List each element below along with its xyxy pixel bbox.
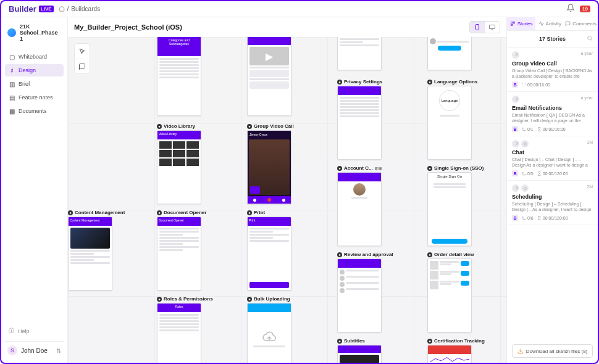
user-name: John Doe [21,347,48,354]
card-group-video-call[interactable]: ●Group Video Call Jimmy Cyrus [247,122,294,204]
home-icon [59,6,65,13]
cloud-upload-icon [262,329,277,344]
svg-rect-3 [513,22,514,23]
whiteboard-icon: ▢ [9,54,15,60]
sidebar-item-feature-notes[interactable]: ▤Feature notes [5,91,64,104]
card-order-detail[interactable]: ●Order detail view [427,250,474,333]
brief-icon: ▥ [9,81,15,87]
help-link[interactable]: ⓘHelp [5,325,64,337]
svg-point-8 [522,172,523,173]
search-icon[interactable] [587,35,593,43]
story-item[interactable]: a year Email Notifications Email Notific… [507,92,598,136]
card-video-library[interactable]: ●Video Library Video Library [157,122,201,204]
tab-activity[interactable]: Activity [535,17,564,30]
sidebar-item-documents[interactable]: ▦Documents [5,105,64,117]
comment-tool[interactable] [75,59,90,73]
clock-icon [537,216,542,220]
brand-badge: LIVE [39,6,54,12]
card-account[interactable]: ●Account C...◧▣ [337,164,382,246]
tab-comments[interactable]: Comments [564,17,598,30]
svg-rect-2 [511,22,512,23]
sidebar: 21K School_Phase 1 ▢Whiteboard ♯Design ▥… [1,17,68,363]
bell-icon[interactable] [566,4,575,15]
svg-rect-0 [476,25,479,30]
tab-stories[interactable]: Stories [507,17,535,30]
card-profile-small[interactable] [337,37,382,70]
notes-icon: ▤ [9,94,15,101]
svg-point-9 [525,174,526,175]
card-language-options[interactable]: ●Language Options Language [427,78,477,160]
workspace-icon [7,28,16,37]
svg-rect-4 [511,24,512,25]
card-subtitles[interactable]: ●Subtitles [337,337,382,363]
link-icon [512,184,519,192]
svg-rect-1 [490,25,495,29]
device-mobile-button[interactable] [470,22,485,33]
user-avatar: S [7,345,17,355]
breadcrumb[interactable]: / Buildcards [59,6,100,13]
workspace-name: 21K School_Phase 1 [20,23,61,42]
story-list: a year Group Video Call Group Video Call… [507,48,598,339]
card-sso[interactable]: ●Single Sign-on (SSO) Single Sign On [427,164,484,246]
clock-icon [537,172,542,176]
clock-icon [537,127,542,131]
branch-icon [522,172,526,176]
sidebar-item-whiteboard[interactable]: ▢Whiteboard [5,51,64,63]
svg-point-5 [588,36,592,40]
project-title: My_Builder_Project_School (iOS) [74,23,182,31]
svg-point-7 [525,130,526,130]
link-icon [512,51,519,59]
download-icon [517,348,524,354]
project-header: My_Builder_Project_School (iOS) [68,17,506,37]
svg-point-6 [522,128,523,128]
activity-icon [538,21,544,27]
tag-icon [521,184,529,192]
card-media-player[interactable]: ▶ [247,37,291,116]
card-print[interactable]: ●Print Print [247,209,291,291]
branch-icon [522,127,526,131]
card-avatar-btn[interactable] [427,37,472,70]
card-certification-tracking[interactable]: ●Certification Tracking [427,337,485,363]
brand-name: Builder [9,4,36,14]
breadcrumb-page: Buildcards [71,6,100,12]
top-bar: Builder LIVE / Buildcards 19 [1,1,598,17]
notification-count[interactable]: 19 [580,6,590,12]
story-item[interactable]: 2M Scheduling Scheduling [ Design ] – Sc… [507,181,598,225]
clock-icon: 00:00/16:00 [522,83,550,87]
tag-icon [521,140,529,147]
expand-icon: ⇅ [56,347,61,354]
download-button[interactable]: Download all sketch files (8) [512,344,593,358]
link-icon [512,96,519,103]
user-menu[interactable]: S John Doe ⇅ [5,341,64,359]
story-item[interactable]: 3M Chat Chat [ Design ] – Chat [ Design … [507,136,598,181]
device-toggle [469,21,500,33]
sparkline-icon [430,356,469,363]
card-bulk-uploading[interactable]: ●Bulk Uploading [247,295,291,363]
card-categories[interactable]: Categories and Subcategories [157,37,201,116]
comments-icon [565,21,571,27]
right-panel: Stories Activity Comments 17 Stories a y… [506,17,598,363]
canvas-toolbox [74,43,90,74]
cursor-tool[interactable] [75,44,90,59]
branch-icon [522,216,526,220]
stories-icon [510,21,516,27]
brand-logo[interactable]: Builder LIVE [9,4,54,14]
stories-header: 17 Stories [507,31,598,48]
link-icon [512,140,519,147]
design-icon: ♯ [9,67,15,73]
svg-point-11 [525,218,526,219]
sidebar-item-brief[interactable]: ▥Brief [5,78,64,90]
card-privacy-settings[interactable]: ●Privacy Settings [337,78,382,160]
sidebar-item-design[interactable]: ♯Design [5,64,64,77]
documents-icon: ▦ [9,108,15,114]
sort-icon: ◧▣ [375,166,382,170]
card-review-approval[interactable]: ●Review and approval [337,250,393,333]
card-content-management[interactable]: ●Content Management Content Management [68,209,125,291]
device-desktop-button[interactable] [485,22,500,33]
card-roles-permissions[interactable]: ●Roles & Permissions Roles [157,295,213,363]
card-document-opener[interactable]: ●Document Opener Document Opener [157,209,206,291]
story-item[interactable]: a year Group Video Call Group Video Call… [507,48,598,92]
workspace-selector[interactable]: 21K School_Phase 1 [5,21,64,44]
help-icon: ⓘ [9,327,14,335]
design-canvas[interactable]: ●Content Management Content Management C… [68,37,506,363]
